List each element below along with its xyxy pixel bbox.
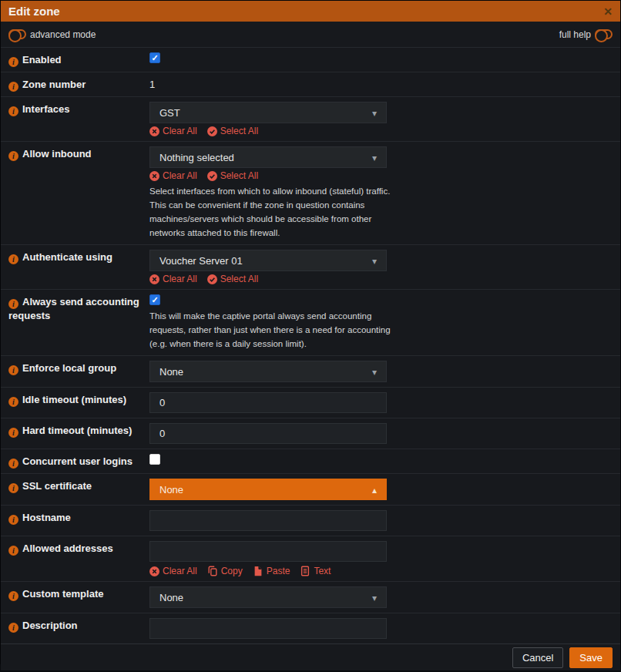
chevron-up-icon [372, 484, 377, 496]
circle-x-icon [149, 171, 159, 181]
toggle-off-icon [8, 29, 26, 39]
interfaces-select-value: GST [159, 107, 180, 119]
close-icon[interactable]: ✕ [603, 6, 613, 17]
row-custom-template: iCustom template None [1, 581, 620, 613]
allowed-addresses-clear-all-link[interactable]: Clear All [149, 566, 197, 576]
row-authenticate-using: iAuthenticate using Voucher Server 01 Cl… [1, 244, 620, 289]
info-icon[interactable]: i [8, 82, 18, 92]
authenticate-select-all-link[interactable]: Select All [207, 274, 258, 284]
row-hard-timeout: iHard timeout (minutes) [1, 418, 620, 449]
info-icon[interactable]: i [8, 365, 18, 375]
circle-check-icon [207, 274, 217, 284]
info-icon[interactable]: i [8, 428, 18, 438]
cancel-button[interactable]: Cancel [512, 647, 563, 668]
circle-x-icon [149, 274, 159, 284]
paste-icon [253, 566, 264, 576]
info-icon[interactable]: i [8, 151, 18, 161]
circle-x-icon [149, 566, 159, 576]
full-help-label: full help [559, 29, 591, 40]
row-ssl-certificate: iSSL certificate None [1, 473, 620, 505]
file-text-icon [300, 566, 310, 576]
row-interfaces: iInterfaces GST Clear All Select All [1, 96, 620, 141]
paste-link[interactable]: Paste [253, 566, 290, 576]
custom-template-select[interactable]: None [149, 586, 387, 608]
row-idle-timeout: iIdle timeout (minutes) [1, 387, 620, 418]
info-icon[interactable]: i [8, 623, 18, 633]
authenticate-using-select[interactable]: Voucher Server 01 [149, 250, 387, 271]
field-label-accounting: Always send accounting requests [8, 296, 139, 321]
advanced-mode-label: advanced mode [30, 29, 96, 40]
field-label-enforce-local-group: Enforce local group [22, 362, 116, 374]
info-icon[interactable]: i [8, 254, 18, 264]
circle-check-icon [207, 171, 217, 181]
field-label-zone-number: Zone number [22, 79, 86, 90]
dialog-footer: Cancel Save [1, 643, 620, 670]
idle-timeout-input[interactable] [149, 392, 387, 413]
circle-check-icon [207, 126, 217, 136]
interfaces-clear-all-link[interactable]: Clear All [149, 126, 197, 136]
authenticate-clear-all-link[interactable]: Clear All [149, 274, 197, 284]
allow-inbound-clear-all-link[interactable]: Clear All [149, 170, 197, 181]
allowed-addresses-input[interactable] [149, 541, 387, 562]
allow-inbound-select-value: Nothing selected [159, 152, 234, 163]
row-hostname: iHostname [1, 505, 620, 536]
interfaces-select-all-link[interactable]: Select All [207, 126, 258, 136]
allow-inbound-select-all-link[interactable]: Select All [207, 170, 258, 181]
info-icon[interactable]: i [8, 483, 18, 493]
help-toolbar: advanced mode full help [1, 22, 620, 47]
row-allow-inbound: iAllow inbound Nothing selected Clear Al… [1, 141, 620, 244]
info-icon[interactable]: i [8, 515, 18, 525]
field-label-concurrent-logins: Concurrent user logins [22, 455, 133, 467]
row-accounting: iAlways send accounting requests This wi… [1, 289, 620, 355]
copy-icon [207, 566, 218, 576]
field-label-hostname: Hostname [22, 512, 71, 523]
row-concurrent-logins: iConcurrent user logins [1, 449, 620, 473]
hard-timeout-input[interactable] [149, 423, 387, 444]
info-icon[interactable]: i [8, 459, 18, 469]
row-enabled: iEnabled [1, 47, 620, 72]
info-icon[interactable]: i [8, 397, 18, 407]
enforce-local-group-select[interactable]: None [149, 361, 387, 382]
field-label-description: Description [22, 620, 78, 631]
accounting-checkbox[interactable] [149, 294, 160, 305]
authenticate-using-select-value: Voucher Server 01 [159, 255, 243, 267]
row-description: iDescription [1, 613, 620, 643]
save-button[interactable]: Save [569, 647, 613, 668]
description-input[interactable] [149, 618, 387, 639]
text-link[interactable]: Text [300, 566, 331, 576]
chevron-down-icon [372, 107, 377, 119]
ssl-certificate-select-value: None [159, 484, 183, 496]
hostname-input[interactable] [149, 510, 387, 531]
dialog-header: Edit zone ✕ [1, 1, 620, 22]
enforce-local-group-select-value: None [159, 366, 183, 378]
field-label-hard-timeout: Hard timeout (minutes) [22, 425, 132, 436]
field-label-idle-timeout: Idle timeout (minutes) [22, 394, 126, 405]
accounting-help-text: This will make the captive portal always… [149, 309, 398, 351]
edit-zone-form: iEnabled iZone number 1 iInterfaces GST [1, 47, 620, 643]
dialog-title: Edit zone [8, 5, 60, 18]
info-icon[interactable]: i [8, 299, 18, 309]
chevron-down-icon [372, 366, 377, 378]
enabled-checkbox[interactable] [149, 52, 160, 63]
field-label-custom-template: Custom template [22, 588, 103, 600]
field-label-allow-inbound: Allow inbound [22, 148, 92, 160]
ssl-certificate-select[interactable]: None [149, 479, 387, 500]
info-icon[interactable]: i [8, 591, 18, 601]
field-label-authenticate-using: Authenticate using [22, 251, 112, 263]
field-label-enabled: Enabled [22, 54, 62, 66]
copy-link[interactable]: Copy [207, 566, 243, 576]
info-icon[interactable]: i [8, 546, 18, 556]
full-help-toggle[interactable]: full help [559, 29, 613, 40]
row-allowed-addresses: iAllowed addresses Clear All Copy Past [1, 536, 620, 581]
chevron-down-icon [372, 592, 377, 603]
chevron-down-icon [372, 152, 377, 163]
toggle-off-icon [595, 29, 613, 39]
interfaces-select[interactable]: GST [149, 102, 387, 123]
advanced-mode-toggle[interactable]: advanced mode [8, 29, 96, 40]
allow-inbound-help-text: Select interfaces from which to allow in… [149, 184, 398, 240]
field-label-interfaces: Interfaces [22, 103, 69, 115]
concurrent-logins-checkbox[interactable] [149, 454, 160, 465]
info-icon[interactable]: i [8, 106, 18, 116]
info-icon[interactable]: i [8, 57, 18, 67]
allow-inbound-select[interactable]: Nothing selected [149, 146, 387, 168]
